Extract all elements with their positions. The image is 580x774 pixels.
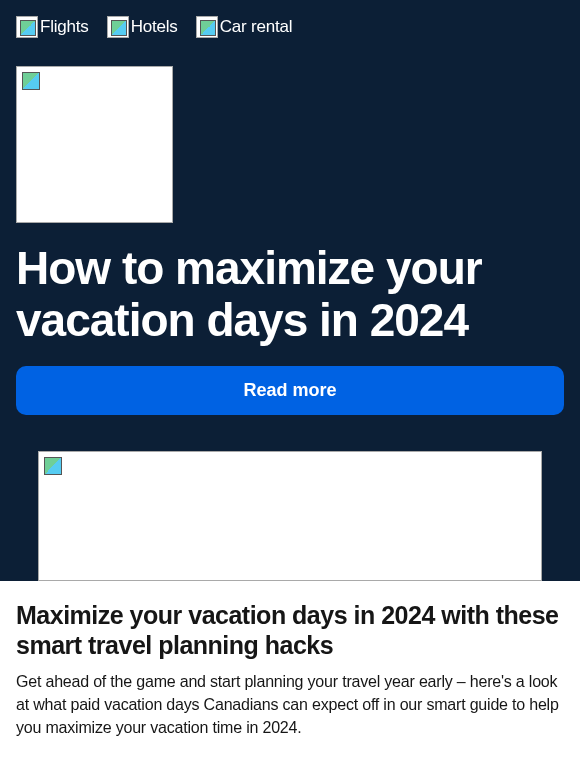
nav-car-rental[interactable]: Car rental [196, 16, 293, 38]
nav-car-rental-label: Car rental [220, 17, 293, 37]
car-rental-icon [196, 16, 218, 38]
read-more-button[interactable]: Read more [16, 366, 564, 415]
top-nav: Flights Hotels Car rental [16, 16, 564, 38]
article-title: Maximize your vacation days in 2024 with… [16, 601, 564, 660]
hero-section: Flights Hotels Car rental How to maximiz… [0, 0, 580, 581]
flights-icon [16, 16, 38, 38]
nav-hotels-label: Hotels [131, 17, 178, 37]
hero-headline: How to maximize your vacation days in 20… [16, 243, 564, 346]
article-section: Maximize your vacation days in 2024 with… [0, 581, 580, 764]
nav-hotels[interactable]: Hotels [107, 16, 178, 38]
hero-wide-image [38, 451, 542, 581]
nav-flights[interactable]: Flights [16, 16, 89, 38]
hotels-icon [107, 16, 129, 38]
hero-wide-image-wrap [16, 451, 564, 581]
hero-image [16, 66, 173, 223]
article-body: Get ahead of the game and start planning… [16, 670, 564, 740]
nav-flights-label: Flights [40, 17, 89, 37]
